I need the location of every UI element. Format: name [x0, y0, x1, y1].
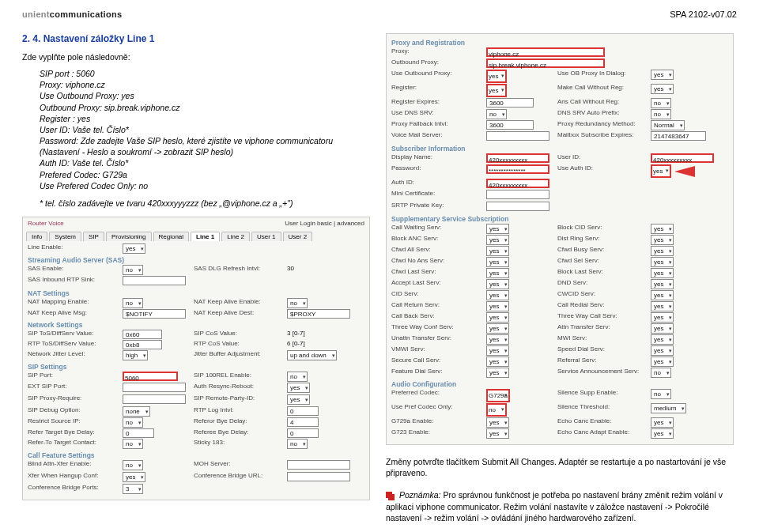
- section-title: 2. 4. Nastavení záložky Line 1: [22, 33, 370, 44]
- confirm-text: Změny potvrďte tlačítkem Submit All Chan…: [386, 456, 734, 478]
- tab-system[interactable]: System: [49, 232, 81, 241]
- model: SPA 2102-v07.02: [670, 9, 737, 19]
- outbound-proxy-input[interactable]: sip.break.viphone.cz: [486, 58, 605, 68]
- note-text: Poznámka: Pro správnou funkčnost je potř…: [386, 489, 734, 523]
- tab-user1[interactable]: User 1: [251, 232, 281, 241]
- note-icon: [386, 492, 392, 498]
- left-config-panel: Router Voice User Login basic | advanced…: [22, 217, 370, 500]
- tab-row: Info System SIP Provisioning Regional Li…: [23, 229, 369, 241]
- sip-port-input[interactable]: 5060: [123, 372, 178, 381]
- line-enable-select[interactable]: yes: [123, 243, 145, 254]
- tab-sip[interactable]: SIP: [83, 232, 104, 241]
- logo: unientcommunications: [22, 9, 737, 19]
- user-id-input[interactable]: 420xxxxxxxxx: [651, 153, 714, 163]
- preferred-codec-select[interactable]: G729a: [486, 389, 510, 402]
- use-auth-id-select[interactable]: yes: [651, 164, 671, 178]
- display-name-input[interactable]: 420xxxxxxxxx: [486, 153, 549, 163]
- auth-id-input[interactable]: 420xxxxxxxxx: [486, 179, 549, 188]
- register-select[interactable]: yes: [486, 84, 507, 97]
- tab-info[interactable]: Info: [26, 232, 47, 241]
- proxy-input[interactable]: viphone.cz: [486, 47, 605, 57]
- tab-line1[interactable]: Line 1: [191, 232, 220, 241]
- arrow-icon: [674, 166, 695, 177]
- pref-codec-only-select[interactable]: no: [486, 403, 507, 417]
- panel-top-left: Router Voice: [28, 220, 64, 227]
- tab-provisioning[interactable]: Provisioning: [106, 232, 152, 241]
- use-outbound-select[interactable]: yes: [486, 70, 507, 83]
- password-input[interactable]: ***************: [486, 164, 549, 174]
- tab-regional[interactable]: Regional: [153, 232, 190, 241]
- right-config-panel: Proxy and Registration Proxy:viphone.cz …: [386, 33, 734, 445]
- tab-user2[interactable]: User 2: [283, 232, 313, 241]
- panel-top-right: User Login basic | advanced: [285, 220, 364, 227]
- intro-text: Zde vyplňte pole následovně:: [22, 52, 370, 62]
- settings-list: SIP port : 5060 Proxy: viphone.cz Use Ou…: [40, 68, 370, 209]
- tab-line2[interactable]: Line 2: [221, 232, 250, 241]
